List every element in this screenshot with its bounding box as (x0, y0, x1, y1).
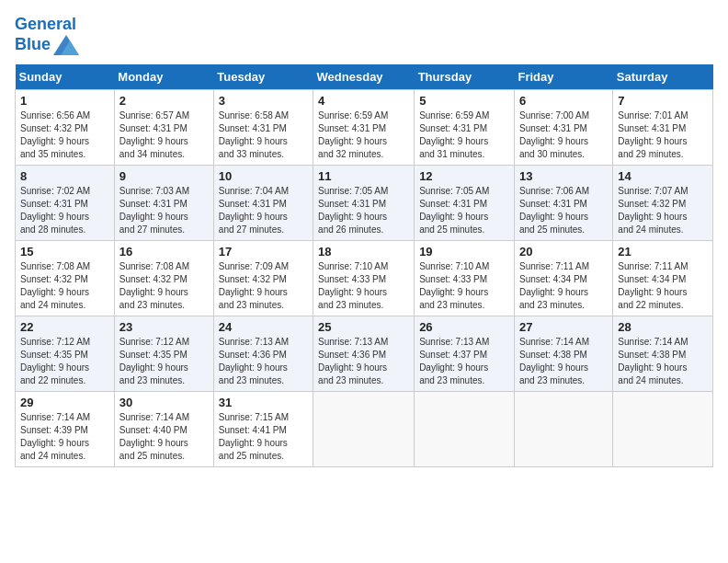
day-info: Sunrise: 7:07 AM Sunset: 4:32 PM Dayligh… (618, 185, 708, 236)
calendar-cell: 1Sunrise: 6:56 AM Sunset: 4:32 PM Daylig… (16, 89, 115, 165)
calendar-cell: 13Sunrise: 7:06 AM Sunset: 4:31 PM Dayli… (514, 165, 612, 240)
calendar-cell: 28Sunrise: 7:14 AM Sunset: 4:38 PM Dayli… (613, 316, 713, 391)
day-number: 2 (119, 94, 209, 108)
calendar-cell (415, 391, 515, 466)
calendar-cell (613, 391, 713, 466)
day-info: Sunrise: 7:00 AM Sunset: 4:31 PM Dayligh… (519, 109, 608, 161)
calendar-cell: 15Sunrise: 7:08 AM Sunset: 4:32 PM Dayli… (16, 240, 115, 316)
weekday-header: Monday (114, 64, 213, 90)
calendar-cell: 24Sunrise: 7:13 AM Sunset: 4:36 PM Dayli… (213, 316, 313, 391)
day-info: Sunrise: 7:12 AM Sunset: 4:35 PM Dayligh… (119, 336, 209, 387)
day-number: 17 (219, 245, 308, 259)
day-number: 19 (419, 245, 509, 259)
weekday-header: Wednesday (313, 64, 415, 90)
calendar-cell: 5Sunrise: 6:59 AM Sunset: 4:31 PM Daylig… (415, 89, 515, 165)
weekday-header: Sunday (16, 64, 115, 90)
day-info: Sunrise: 7:08 AM Sunset: 4:32 PM Dayligh… (119, 260, 209, 312)
day-number: 15 (20, 245, 109, 259)
day-number: 23 (119, 320, 209, 334)
day-info: Sunrise: 6:59 AM Sunset: 4:31 PM Dayligh… (318, 109, 409, 161)
calendar-cell: 17Sunrise: 7:09 AM Sunset: 4:32 PM Dayli… (213, 240, 313, 316)
day-number: 28 (618, 320, 708, 334)
day-number: 31 (219, 396, 308, 409)
day-number: 22 (20, 320, 109, 334)
page-header: General Blue (15, 15, 713, 55)
day-info: Sunrise: 6:59 AM Sunset: 4:31 PM Dayligh… (419, 109, 509, 161)
logo-text2: Blue (15, 35, 79, 55)
calendar-cell: 22Sunrise: 7:12 AM Sunset: 4:35 PM Dayli… (16, 316, 115, 391)
day-info: Sunrise: 7:08 AM Sunset: 4:32 PM Dayligh… (20, 260, 109, 312)
day-info: Sunrise: 7:01 AM Sunset: 4:31 PM Dayligh… (618, 109, 708, 161)
day-number: 18 (318, 245, 409, 259)
calendar-cell: 10Sunrise: 7:04 AM Sunset: 4:31 PM Dayli… (213, 165, 313, 240)
calendar-cell: 25Sunrise: 7:13 AM Sunset: 4:36 PM Dayli… (313, 316, 415, 391)
calendar-cell: 3Sunrise: 6:58 AM Sunset: 4:31 PM Daylig… (213, 89, 313, 165)
day-number: 26 (419, 320, 509, 334)
day-number: 4 (318, 94, 409, 108)
day-number: 3 (219, 94, 308, 108)
day-info: Sunrise: 7:12 AM Sunset: 4:35 PM Dayligh… (20, 336, 109, 387)
day-number: 6 (519, 94, 608, 108)
calendar-cell: 29Sunrise: 7:14 AM Sunset: 4:39 PM Dayli… (16, 391, 115, 466)
calendar-cell: 7Sunrise: 7:01 AM Sunset: 4:31 PM Daylig… (613, 89, 713, 165)
calendar-cell: 9Sunrise: 7:03 AM Sunset: 4:31 PM Daylig… (114, 165, 213, 240)
day-number: 1 (20, 94, 109, 108)
day-number: 9 (119, 169, 209, 183)
day-info: Sunrise: 7:10 AM Sunset: 4:33 PM Dayligh… (419, 260, 509, 312)
day-number: 11 (318, 169, 409, 183)
calendar-cell: 19Sunrise: 7:10 AM Sunset: 4:33 PM Dayli… (415, 240, 515, 316)
calendar-cell: 18Sunrise: 7:10 AM Sunset: 4:33 PM Dayli… (313, 240, 415, 316)
day-info: Sunrise: 7:03 AM Sunset: 4:31 PM Dayligh… (119, 185, 209, 236)
day-info: Sunrise: 7:09 AM Sunset: 4:32 PM Dayligh… (219, 260, 308, 312)
logo: General Blue (15, 15, 79, 55)
day-info: Sunrise: 7:14 AM Sunset: 4:40 PM Dayligh… (119, 411, 209, 463)
day-info: Sunrise: 7:13 AM Sunset: 4:36 PM Dayligh… (219, 336, 308, 387)
day-info: Sunrise: 7:14 AM Sunset: 4:38 PM Dayligh… (618, 336, 708, 387)
day-info: Sunrise: 7:13 AM Sunset: 4:36 PM Dayligh… (318, 336, 409, 387)
day-number: 12 (419, 169, 509, 183)
day-info: Sunrise: 7:05 AM Sunset: 4:31 PM Dayligh… (318, 185, 409, 236)
day-number: 24 (219, 320, 308, 334)
day-info: Sunrise: 7:13 AM Sunset: 4:37 PM Dayligh… (419, 336, 509, 387)
calendar-cell: 2Sunrise: 6:57 AM Sunset: 4:31 PM Daylig… (114, 89, 213, 165)
calendar-cell: 11Sunrise: 7:05 AM Sunset: 4:31 PM Dayli… (313, 165, 415, 240)
day-info: Sunrise: 6:57 AM Sunset: 4:31 PM Dayligh… (119, 109, 209, 161)
day-info: Sunrise: 7:15 AM Sunset: 4:41 PM Dayligh… (219, 411, 308, 463)
calendar-cell: 4Sunrise: 6:59 AM Sunset: 4:31 PM Daylig… (313, 89, 415, 165)
calendar-cell: 6Sunrise: 7:00 AM Sunset: 4:31 PM Daylig… (514, 89, 612, 165)
weekday-header: Saturday (613, 64, 713, 90)
day-info: Sunrise: 6:56 AM Sunset: 4:32 PM Dayligh… (20, 109, 109, 161)
day-info: Sunrise: 7:11 AM Sunset: 4:34 PM Dayligh… (519, 260, 608, 312)
day-number: 30 (119, 396, 209, 409)
calendar-cell: 14Sunrise: 7:07 AM Sunset: 4:32 PM Dayli… (613, 165, 713, 240)
day-number: 25 (318, 320, 409, 334)
logo-text: General (15, 15, 79, 35)
day-number: 14 (618, 169, 708, 183)
calendar-cell: 21Sunrise: 7:11 AM Sunset: 4:34 PM Dayli… (613, 240, 713, 316)
day-info: Sunrise: 7:06 AM Sunset: 4:31 PM Dayligh… (519, 185, 608, 236)
logo-icon (53, 35, 79, 55)
calendar-cell: 23Sunrise: 7:12 AM Sunset: 4:35 PM Dayli… (114, 316, 213, 391)
day-info: Sunrise: 7:04 AM Sunset: 4:31 PM Dayligh… (219, 185, 308, 236)
calendar-cell: 12Sunrise: 7:05 AM Sunset: 4:31 PM Dayli… (415, 165, 515, 240)
day-info: Sunrise: 7:14 AM Sunset: 4:39 PM Dayligh… (20, 411, 109, 463)
calendar-cell (313, 391, 415, 466)
calendar-cell: 16Sunrise: 7:08 AM Sunset: 4:32 PM Dayli… (114, 240, 213, 316)
day-number: 7 (618, 94, 708, 108)
calendar-cell: 8Sunrise: 7:02 AM Sunset: 4:31 PM Daylig… (16, 165, 115, 240)
day-info: Sunrise: 7:11 AM Sunset: 4:34 PM Dayligh… (618, 260, 708, 312)
day-number: 29 (20, 396, 109, 409)
day-number: 8 (20, 169, 109, 183)
weekday-header: Thursday (415, 64, 515, 90)
day-info: Sunrise: 7:02 AM Sunset: 4:31 PM Dayligh… (20, 185, 109, 236)
calendar-cell: 26Sunrise: 7:13 AM Sunset: 4:37 PM Dayli… (415, 316, 515, 391)
day-number: 21 (618, 245, 708, 259)
day-number: 10 (219, 169, 308, 183)
calendar-cell (514, 391, 612, 466)
day-number: 20 (519, 245, 608, 259)
calendar-table: SundayMondayTuesdayWednesdayThursdayFrid… (15, 64, 713, 467)
weekday-header: Friday (514, 64, 612, 90)
day-info: Sunrise: 6:58 AM Sunset: 4:31 PM Dayligh… (219, 109, 308, 161)
day-info: Sunrise: 7:05 AM Sunset: 4:31 PM Dayligh… (419, 185, 509, 236)
day-number: 5 (419, 94, 509, 108)
